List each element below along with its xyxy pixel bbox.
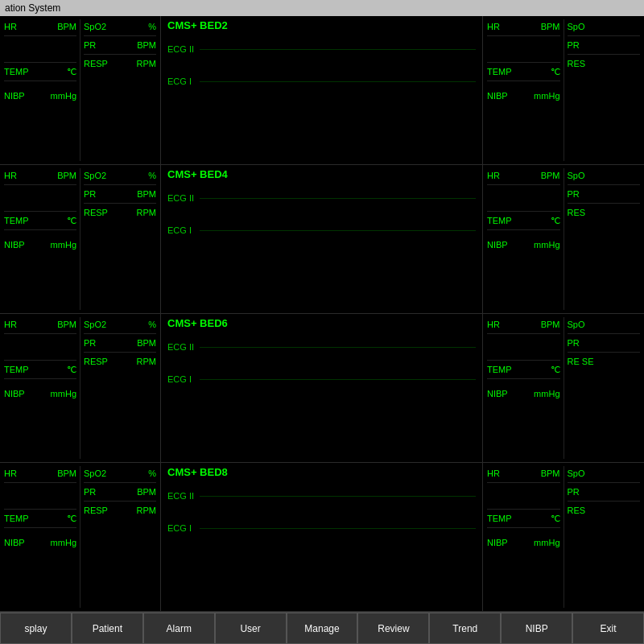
bed2-ecg2-label: ECG II <box>167 44 200 54</box>
bed4-title: CMS+ BED4 <box>167 168 476 180</box>
toolbar: splay Patient Alarm User Manage Review T… <box>0 612 644 644</box>
bed2-ecg1-label: ECG I <box>167 76 200 86</box>
title-text: ation System <box>5 2 60 14</box>
bed8-title: CMS+ BED8 <box>167 466 476 478</box>
alarm-button[interactable]: Alarm <box>143 613 215 644</box>
hr-label-r: HR <box>487 22 500 31</box>
bed6-title: CMS+ BED6 <box>167 317 476 329</box>
bed8-right-vitals: HR BPM TEMP ℃ NIBP mmHg <box>483 463 644 611</box>
pr-label-r: PR <box>568 40 580 50</box>
bed2-title: CMS+ BED2 <box>167 19 476 31</box>
rpm-unit: RPM <box>137 59 156 68</box>
spo2-label: SpO2 <box>84 22 106 31</box>
bed6-center: CMS+ BED6 ECG II ECG I <box>161 314 483 462</box>
bpm-unit-r: BPM <box>541 22 560 31</box>
resp-label: RESP <box>84 59 108 68</box>
bed2-left-vitals: HR BPM TEMP ℃ NIBP mmHg <box>0 16 161 164</box>
manage-button[interactable]: Manage <box>287 613 358 644</box>
nibp-button[interactable]: NIBP <box>501 613 572 644</box>
exit-button[interactable]: Exit <box>572 613 644 644</box>
bed6-row: HR BPM TEMP ℃ NIBP mmHg <box>0 314 644 463</box>
temp-label: TEMP <box>4 67 29 76</box>
pct-unit: % <box>148 22 156 31</box>
bed4-center: CMS+ BED4 ECG II ECG I <box>161 165 483 313</box>
display-button[interactable]: splay <box>0 613 72 644</box>
bed6-ecg2-label: ECG II <box>167 342 200 352</box>
user-button[interactable]: User <box>215 613 287 644</box>
review-button[interactable]: Review <box>357 613 429 644</box>
bed8-left-vitals: HR BPM TEMP ℃ NIBP mmHg <box>0 463 161 611</box>
bed2-right-vitals: HR BPM TEMP ℃ NIBP mmHg <box>483 16 644 164</box>
mmhg-unit: mmHg <box>51 91 76 101</box>
bed4-ecg2-label: ECG II <box>167 193 200 203</box>
bed6-left-vitals: HR BPM TEMP ℃ NIBP mmHg <box>0 314 161 462</box>
bed4-right-vitals: HR BPM TEMP ℃ NIBP mmHg <box>483 165 644 313</box>
bed8-center: CMS+ BED8 ECG II ECG I <box>161 463 483 611</box>
resp-label-r: RES <box>568 59 586 68</box>
bed4-ecg1-label: ECG I <box>167 225 200 235</box>
bed6-ecg1-label: ECG I <box>167 374 200 384</box>
nibp-label-r: NIBP <box>487 91 508 101</box>
patient-button[interactable]: Patient <box>72 613 143 644</box>
title-bar: ation System <box>0 0 644 16</box>
bed8-row: HR BPM TEMP ℃ NIBP mmHg <box>0 463 644 612</box>
temp-label-r: TEMP <box>487 67 512 76</box>
nibp-label: NIBP <box>4 91 25 101</box>
mmhg-unit-r: mmHg <box>534 91 559 101</box>
main-content: HR BPM TEMP ℃ NIBP mmHg <box>0 16 644 612</box>
spo2-label-r: SpO <box>568 22 585 31</box>
pr-label: PR <box>84 40 96 50</box>
bed8-ecg2-label: ECG II <box>167 491 200 501</box>
trend-button[interactable]: Trend <box>429 613 501 644</box>
bed4-left-vitals: HR BPM TEMP ℃ NIBP mmHg <box>0 165 161 313</box>
bpm-unit: BPM <box>57 22 76 31</box>
celsius-unit: ℃ <box>67 67 76 77</box>
bed2-center: CMS+ BED2 ECG II ECG I <box>161 16 483 164</box>
hr-label: HR <box>4 22 17 31</box>
celsius-unit-r: ℃ <box>551 67 560 77</box>
bed8-ecg1-label: ECG I <box>167 523 200 533</box>
bed4-row: HR BPM TEMP ℃ NIBP mmHg <box>0 165 644 314</box>
bed2-row: HR BPM TEMP ℃ NIBP mmHg <box>0 16 644 165</box>
bed6-right-vitals: HR BPM TEMP ℃ NIBP mmHg <box>483 314 644 462</box>
pr-bpm-unit: BPM <box>137 40 156 50</box>
